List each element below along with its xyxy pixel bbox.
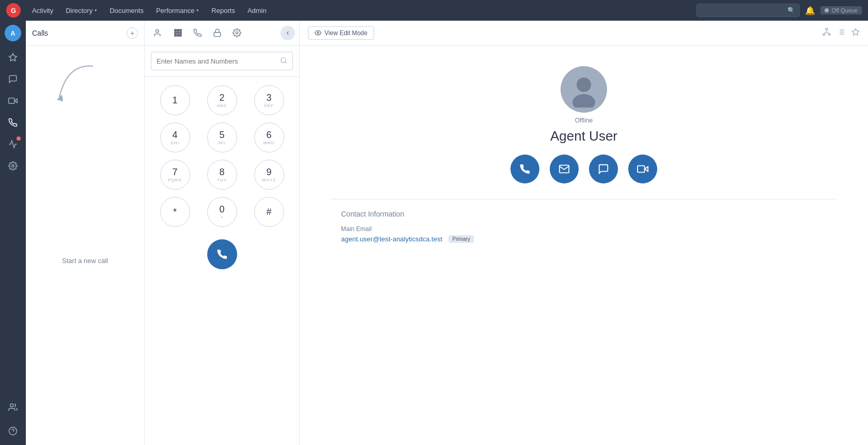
dialpad-key-6[interactable]: 6MNO <box>254 122 284 152</box>
notifications-icon[interactable]: 🔔 <box>805 6 815 16</box>
tab-lock[interactable] <box>208 24 226 42</box>
main-content: View Edit Mode <box>300 21 868 445</box>
view-edit-mode-button[interactable]: View Edit Mode <box>308 26 374 40</box>
dialpad-key-9[interactable]: 9WXYZ <box>254 160 284 190</box>
tab-contacts[interactable] <box>149 24 167 42</box>
calls-body: Start a new call <box>26 45 144 445</box>
directory-chevron-icon: ▾ <box>95 8 97 13</box>
svg-marker-38 <box>645 166 648 171</box>
svg-point-36 <box>577 78 591 92</box>
svg-rect-9 <box>175 29 176 31</box>
svg-point-3 <box>12 165 14 167</box>
sidebar-item-help[interactable] <box>3 421 23 441</box>
svg-marker-0 <box>9 54 17 61</box>
logo: G <box>6 3 21 18</box>
nav-directory[interactable]: Directory ▾ <box>60 5 102 17</box>
tab-dialpad[interactable] <box>168 24 187 42</box>
dialpad-key-2[interactable]: 2ABC <box>207 85 237 115</box>
top-navigation: G Activity Directory ▾ Documents Perform… <box>0 0 868 21</box>
main-layout: A Calls + <box>0 21 868 445</box>
dialpad-key-#[interactable]: # <box>254 197 284 227</box>
dialpad-key-5[interactable]: 5JKL <box>207 122 237 152</box>
calls-header: Calls + <box>26 21 144 45</box>
contact-profile: Offline Agent User <box>300 45 868 445</box>
sidebar-item-favorites[interactable] <box>3 48 23 67</box>
svg-point-37 <box>572 94 595 108</box>
tab-gear[interactable] <box>227 24 246 42</box>
dialpad-search-container[interactable] <box>151 52 293 70</box>
email-action-button[interactable] <box>550 155 579 183</box>
svg-point-19 <box>236 32 238 34</box>
dialpad-key-1[interactable]: 1 <box>160 85 190 115</box>
nav-reports[interactable]: Reports <box>206 5 240 17</box>
dialpad-key-*[interactable]: * <box>160 197 190 227</box>
svg-rect-18 <box>214 33 221 37</box>
dialpad-search-input[interactable] <box>157 57 276 65</box>
status-dot <box>825 8 829 12</box>
svg-rect-39 <box>638 166 645 173</box>
dialpad-key-0[interactable]: 0+ <box>207 197 237 227</box>
dialpad-key-7[interactable]: 7PQRS <box>160 160 190 190</box>
svg-rect-2 <box>9 98 14 104</box>
dialpad-key-4[interactable]: 4GHI <box>160 122 190 152</box>
contact-email-row: Main Email agent.user@test-analyticsdca.… <box>341 225 827 243</box>
nav-performance[interactable]: Performance ▾ <box>151 5 204 17</box>
list-icon[interactable] <box>837 28 845 38</box>
nav-admin[interactable]: Admin <box>242 5 272 17</box>
svg-rect-13 <box>177 32 179 34</box>
dial-call-button[interactable] <box>207 239 237 269</box>
collapse-button[interactable] <box>281 26 295 40</box>
sidebar-item-video[interactable] <box>3 91 23 111</box>
sidebar-item-inbox[interactable] <box>3 134 23 154</box>
sidebar-item-settings[interactable] <box>3 156 23 176</box>
dialpad-key-3[interactable]: 3DEF <box>254 85 284 115</box>
inbox-badge <box>17 136 21 141</box>
profile-divider <box>331 199 837 200</box>
dialpad-search-bar <box>145 45 299 77</box>
call-action-button[interactable] <box>510 155 539 183</box>
nav-activity[interactable]: Activity <box>27 5 58 17</box>
calls-title: Calls <box>32 29 122 37</box>
primary-badge: Primary <box>448 235 473 243</box>
profile-avatar <box>561 66 607 113</box>
svg-point-8 <box>156 29 159 33</box>
sidebar-item-users[interactable] <box>3 397 23 417</box>
svg-point-20 <box>281 57 286 62</box>
dialpad-panel: 12ABC3DEF4GHI5JKL6MNO7PQRS8TUV9WXYZ*0+# <box>145 21 300 445</box>
dialpad-search-icon <box>280 57 287 66</box>
arrow-hint <box>52 61 103 110</box>
profile-name: Agent User <box>550 128 617 144</box>
svg-rect-11 <box>180 29 181 31</box>
svg-rect-10 <box>177 29 179 31</box>
tab-voicemail[interactable] <box>188 24 207 42</box>
svg-point-4 <box>10 404 13 407</box>
nav-documents[interactable]: Documents <box>104 5 149 17</box>
contact-info-title: Contact Information <box>341 210 827 218</box>
profile-actions <box>510 155 657 183</box>
global-search[interactable]: 🔍 <box>696 4 800 17</box>
dialpad-tabs <box>145 21 299 45</box>
main-email-label: Main Email <box>341 225 827 233</box>
svg-marker-1 <box>14 99 17 103</box>
svg-rect-25 <box>828 34 830 35</box>
status-badge[interactable]: Off Queue <box>820 6 862 14</box>
svg-line-27 <box>824 32 827 34</box>
svg-rect-17 <box>180 35 181 36</box>
main-toolbar: View Edit Mode <box>300 21 868 45</box>
dialpad-key-8[interactable]: 8TUV <box>207 160 237 190</box>
message-action-button[interactable] <box>589 155 618 183</box>
search-icon: 🔍 <box>787 7 795 14</box>
sidebar-item-chat[interactable] <box>3 69 23 89</box>
sidebar-item-phone[interactable] <box>3 113 23 132</box>
global-search-input[interactable] <box>701 7 784 14</box>
topnav-right: 🔍 🔔 Off Queue <box>696 4 862 17</box>
avatar[interactable]: A <box>5 25 21 41</box>
video-action-button[interactable] <box>628 155 657 183</box>
star-icon[interactable] <box>851 28 860 38</box>
performance-chevron-icon: ▾ <box>196 8 199 13</box>
svg-rect-12 <box>175 32 176 34</box>
org-chart-icon[interactable] <box>823 28 831 38</box>
add-call-button[interactable]: + <box>127 27 138 39</box>
main-email-value[interactable]: agent.user@test-analyticsdca.test <box>341 235 442 243</box>
svg-line-21 <box>285 62 287 63</box>
